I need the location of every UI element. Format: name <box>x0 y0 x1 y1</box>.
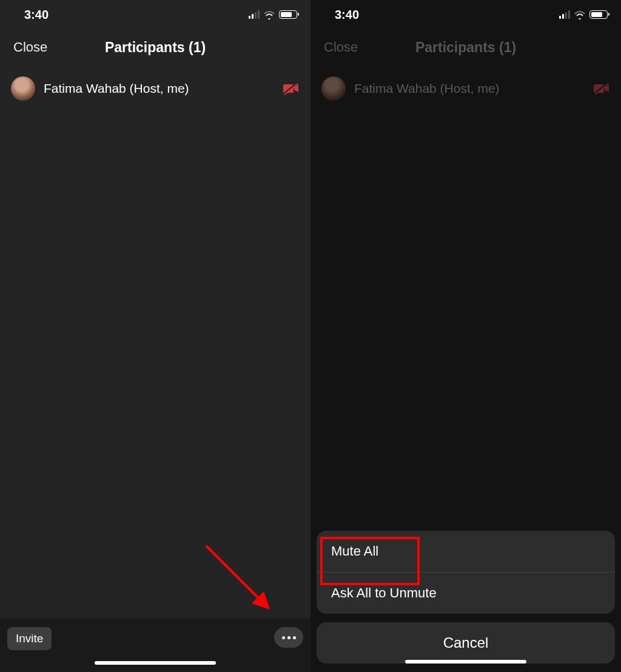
video-off-icon <box>283 82 300 95</box>
battery-icon <box>589 10 608 19</box>
avatar <box>11 76 35 101</box>
status-bar: 3:40 <box>310 0 621 29</box>
navbar: Close Participants (1) <box>0 29 310 66</box>
battery-icon <box>279 10 297 19</box>
participant-row[interactable]: Fatima Wahab (Host, me) <box>0 73 310 104</box>
cellular-signal-icon <box>249 10 260 19</box>
page-title: Participants (1) <box>415 39 516 56</box>
video-off-icon <box>593 82 610 95</box>
action-sheet-group: Mute All Ask All to Unmute <box>317 531 615 614</box>
page-title: Participants (1) <box>105 39 206 56</box>
close-button[interactable]: Close <box>13 39 47 55</box>
cellular-signal-icon <box>559 10 570 19</box>
ask-all-to-unmute-button[interactable]: Ask All to Unmute <box>317 573 615 614</box>
status-indicators <box>559 10 608 19</box>
cancel-button[interactable]: Cancel <box>317 622 615 664</box>
phone-screen-left: 3:40 Close Participants (1) Fatima Wahab… <box>0 0 310 672</box>
participant-name: Fatima Wahab (Host, me) <box>354 81 585 96</box>
ask-unmute-label: Ask All to Unmute <box>331 585 437 601</box>
navbar: Close Participants (1) <box>310 29 621 66</box>
wifi-icon <box>263 10 275 19</box>
more-button[interactable] <box>274 627 303 648</box>
participants-list: Fatima Wahab (Host, me) <box>0 66 310 619</box>
status-time: 3:40 <box>24 8 49 22</box>
wifi-icon <box>574 10 586 19</box>
phone-screen-right: 3:40 Close Participants (1) Fatima Wahab… <box>310 0 621 672</box>
status-bar: 3:40 <box>0 0 310 29</box>
invite-button[interactable]: Invite <box>7 627 52 650</box>
close-button[interactable]: Close <box>324 39 358 55</box>
home-indicator <box>95 661 216 665</box>
participant-name: Fatima Wahab (Host, me) <box>44 81 274 96</box>
mute-all-label: Mute All <box>331 543 378 559</box>
participant-row[interactable]: Fatima Wahab (Host, me) <box>310 73 621 104</box>
mute-all-button[interactable]: Mute All <box>317 531 615 572</box>
cancel-label: Cancel <box>443 634 489 651</box>
status-time: 3:40 <box>335 8 359 22</box>
avatar <box>321 76 346 101</box>
action-sheet: Mute All Ask All to Unmute Cancel <box>310 523 621 672</box>
home-indicator <box>405 660 526 664</box>
bottom-bar: Invite <box>0 619 310 672</box>
status-indicators <box>249 10 297 19</box>
